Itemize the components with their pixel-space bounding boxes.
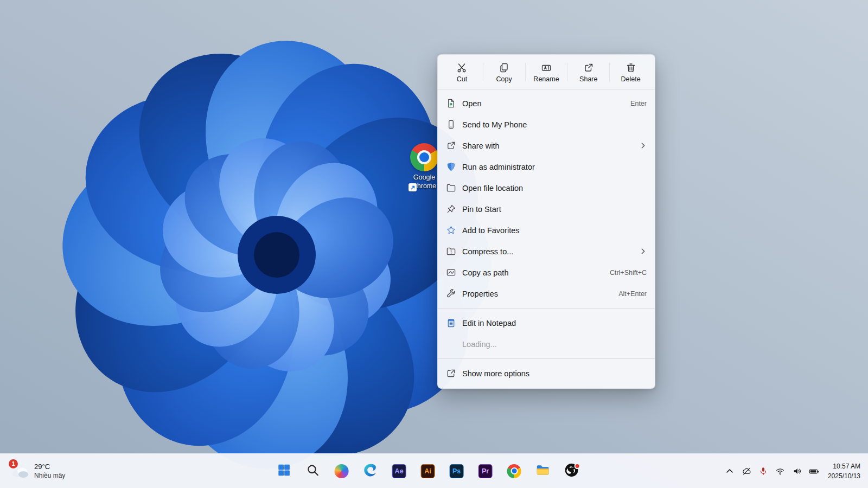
menu-item-label: Show more options — [462, 369, 647, 378]
empty-icon-spacer — [445, 339, 456, 350]
menu-item-label: Properties — [462, 290, 618, 298]
scissors-icon — [456, 62, 467, 73]
menu-item-add-to-favorites[interactable]: Add to Favorites — [438, 220, 655, 241]
menu-item-label: Loading... — [462, 340, 647, 349]
weather-temperature: 29°C — [34, 462, 65, 472]
toolbar-label: Cut — [457, 75, 467, 83]
search-button[interactable] — [302, 460, 324, 482]
premiere-button[interactable]: Pr — [475, 460, 496, 482]
menu-item-copy-as-path[interactable]: Copy as path Ctrl+Shift+C — [438, 262, 655, 283]
rename-button[interactable]: Rename — [526, 57, 567, 87]
menu-separator — [438, 308, 655, 309]
pin-icon — [445, 204, 456, 215]
system-tray: 10:57 AM 2025/10/13 — [725, 454, 866, 488]
menu-item-label: Open — [462, 99, 630, 108]
clock-date: 2025/10/13 — [828, 471, 860, 481]
premiere-icon: Pr — [478, 464, 493, 478]
weather-widget[interactable]: 1 29°C Nhiều mây — [4, 454, 72, 488]
delete-button[interactable]: Delete — [610, 57, 652, 87]
start-button[interactable] — [273, 460, 295, 482]
phone-icon — [445, 119, 456, 130]
menu-item-shortcut: Ctrl+Shift+C — [610, 269, 647, 277]
illustrator-button[interactable]: Ai — [417, 460, 439, 482]
photoshop-icon: Ps — [450, 464, 464, 478]
toolbar-label: Rename — [533, 75, 559, 83]
copilot-icon — [335, 464, 349, 478]
chrome-icon — [507, 464, 521, 478]
copy-button[interactable]: Copy — [483, 57, 525, 87]
photoshop-button[interactable]: Ps — [446, 460, 468, 482]
windows-logo-icon — [277, 463, 291, 479]
desktop-wallpaper — [0, 0, 868, 488]
menu-item-edit-in-notepad[interactable]: Edit in Notepad — [438, 312, 655, 333]
compress-icon — [445, 246, 456, 257]
menu-item-label: Open file location — [462, 184, 647, 192]
rename-icon — [541, 62, 552, 73]
chevron-right-icon — [640, 248, 647, 255]
share-button[interactable]: Share — [567, 57, 609, 87]
folder-icon — [445, 183, 456, 194]
clock[interactable]: 10:57 AM 2025/10/13 — [828, 461, 860, 481]
toolbar-label: Delete — [621, 75, 641, 83]
menu-item-pin-to-start[interactable]: Pin to Start — [438, 198, 655, 220]
menu-item-open[interactable]: Open Enter — [438, 93, 655, 114]
after-effects-button[interactable]: Ae — [388, 460, 410, 482]
chevron-right-icon — [640, 142, 647, 149]
menu-item-label: Run as administrator — [462, 163, 647, 171]
taskbar-apps: Ae Ai Ps Pr — [273, 454, 583, 488]
open-icon — [445, 98, 456, 109]
shortcut-arrow-icon — [409, 183, 417, 191]
wrench-icon — [445, 288, 456, 299]
edge-icon — [363, 463, 378, 479]
trash-icon — [626, 62, 636, 73]
context-menu-toolbar: Cut Copy Rename Share De — [438, 55, 655, 90]
menu-item-compress-to[interactable]: Compress to... — [438, 241, 655, 262]
menu-item-label: Pin to Start — [462, 205, 647, 214]
clock-time: 10:57 AM — [828, 461, 860, 471]
wifi-icon[interactable] — [775, 466, 786, 476]
file-explorer-button[interactable] — [532, 460, 554, 482]
cut-button[interactable]: Cut — [441, 57, 483, 87]
file-explorer-icon — [536, 463, 550, 479]
menu-item-label: Add to Favorites — [462, 226, 647, 235]
context-menu-footer-items: Show more options — [438, 360, 655, 387]
cloud-weather-icon — [11, 471, 29, 480]
menu-item-label: Edit in Notepad — [462, 319, 647, 328]
microphone-icon[interactable] — [758, 466, 769, 476]
obs-notification-dot — [575, 463, 580, 469]
volume-icon[interactable] — [792, 466, 802, 476]
path-icon — [445, 267, 456, 278]
shield-icon — [445, 162, 456, 172]
external-icon — [445, 368, 456, 379]
menu-item-share-with[interactable]: Share with — [438, 135, 655, 156]
after-effects-icon: Ae — [392, 464, 406, 478]
notification-badge: 1 — [9, 459, 18, 468]
menu-item-loading: Loading... — [438, 333, 655, 355]
menu-item-label: Share with — [462, 142, 640, 150]
context-menu: Cut Copy Rename Share De — [437, 54, 655, 389]
context-menu-items: Open Enter Send to My Phone Share with R… — [438, 90, 655, 307]
star-icon — [445, 225, 456, 236]
menu-item-properties[interactable]: Properties Alt+Enter — [438, 283, 655, 304]
menu-item-label: Compress to... — [462, 247, 640, 256]
menu-item-open-file-location[interactable]: Open file location — [438, 177, 655, 198]
menu-item-send-to-my-phone[interactable]: Send to My Phone — [438, 114, 655, 135]
illustrator-icon: Ai — [421, 464, 435, 478]
cloud-off-icon[interactable] — [742, 466, 752, 476]
show-hidden-icons-button[interactable] — [725, 466, 735, 476]
weather-condition: Nhiều mây — [34, 471, 65, 480]
edge-button[interactable] — [360, 460, 381, 482]
copy-icon — [499, 62, 509, 73]
obs-button[interactable] — [561, 460, 583, 482]
menu-item-run-as-administrator[interactable]: Run as administrator — [438, 156, 655, 177]
context-menu-secondary-items: Edit in Notepad Loading... — [438, 310, 655, 357]
menu-item-show-more-options[interactable]: Show more options — [438, 363, 655, 384]
battery-icon[interactable] — [809, 466, 819, 476]
copilot-button[interactable] — [331, 460, 353, 482]
toolbar-label: Share — [579, 75, 597, 83]
search-icon — [306, 463, 320, 479]
chrome-button[interactable] — [503, 460, 525, 482]
menu-item-label: Copy as path — [462, 268, 610, 277]
toolbar-label: Copy — [496, 75, 512, 83]
share-arrow-icon — [445, 140, 456, 151]
